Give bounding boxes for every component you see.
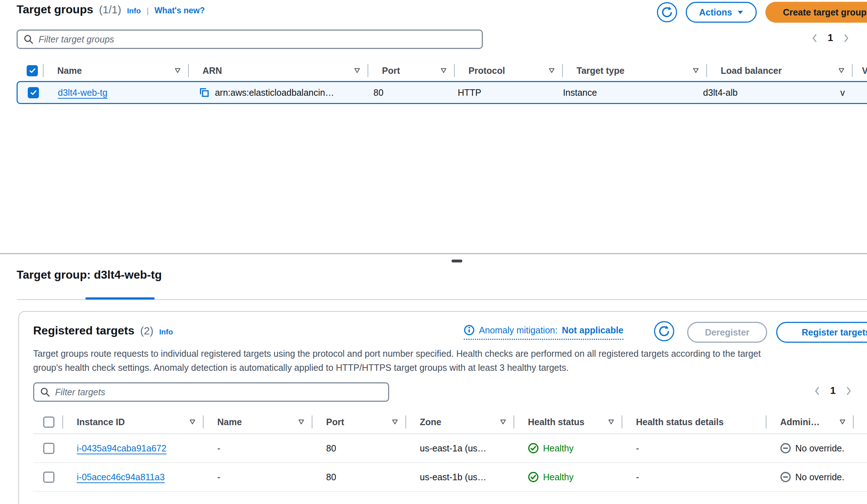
column-label: Name: [57, 66, 82, 76]
next-page-button[interactable]: [846, 386, 852, 396]
port-value: 80: [326, 472, 336, 482]
header-actions: Actions Create target group: [657, 2, 867, 23]
name-cell: -: [204, 434, 312, 462]
port-value: 80: [326, 443, 336, 454]
health-value: Healthy: [543, 472, 574, 482]
vpc-value: v: [840, 87, 845, 98]
instance-link[interactable]: i-05acec46c94a811a3: [77, 472, 165, 482]
column-label: Target type: [577, 66, 624, 76]
copy-arn-button[interactable]: [199, 87, 210, 98]
protocol-cell: HTTP: [444, 82, 549, 103]
filter-icon[interactable]: [298, 419, 304, 425]
column-header-health-status: Health status: [514, 410, 622, 433]
column-header-name: Name: [44, 60, 189, 81]
instance-id-cell: i-0435a94caba91a672: [63, 434, 204, 462]
refresh-button[interactable]: [657, 2, 677, 22]
name-value: -: [217, 472, 220, 482]
previous-page-button[interactable]: [812, 33, 818, 43]
column-header-vpc-partial: V: [853, 60, 867, 81]
column-label: ARN: [203, 66, 222, 76]
filter-icon[interactable]: [354, 67, 360, 74]
column-header-target-type: Target type: [563, 60, 707, 81]
column-header-name: Name: [204, 410, 312, 433]
page-number: 1: [830, 385, 836, 396]
row-checkbox[interactable]: [28, 87, 39, 98]
name-value: -: [217, 443, 220, 454]
filter-icon[interactable]: [392, 419, 398, 425]
column-header-administrative-override: Admini…: [766, 410, 854, 433]
select-all-checkbox[interactable]: [27, 65, 38, 76]
split-panel-drag-handle[interactable]: [452, 260, 462, 262]
targets-pagination: 1: [814, 385, 852, 396]
filter-icon[interactable]: [174, 67, 181, 74]
target-group-link[interactable]: d3lt4-web-tg: [58, 87, 108, 98]
target-row[interactable]: i-0435a94caba91a672 - 80 us-east-1a (us……: [33, 434, 867, 463]
zone-cell: us-east-1b (us…: [406, 463, 514, 491]
no-override-minus-icon: [780, 472, 791, 482]
column-label: Port: [382, 66, 400, 76]
target-groups-filter: [17, 30, 483, 49]
column-label: Instance ID: [77, 417, 125, 427]
health-details-value: -: [636, 443, 639, 454]
column-header-zone: Zone: [406, 410, 514, 433]
load-balancer-cell: d3lt4-alb: [689, 82, 831, 103]
filter-icon[interactable]: [838, 67, 845, 74]
next-page-button[interactable]: [843, 33, 849, 43]
create-target-group-button[interactable]: Create target group: [765, 2, 867, 23]
info-link[interactable]: Info: [159, 328, 173, 336]
targets-filter-input[interactable]: [55, 387, 382, 397]
actions-button[interactable]: Actions: [686, 2, 757, 23]
info-link[interactable]: Info: [127, 6, 141, 15]
health-details-value: -: [636, 472, 639, 482]
active-tab-indicator[interactable]: [85, 297, 155, 300]
row-checkbox[interactable]: [43, 472, 54, 483]
arn-value: arn:aws:elasticloadbalancin…: [215, 87, 334, 98]
column-header-arn: ARN: [189, 60, 368, 81]
row-select-cell: [33, 463, 63, 491]
target-row[interactable]: i-05acec46c94a811a3 - 80 us-east-1b (us……: [33, 463, 867, 492]
filter-icon[interactable]: [440, 67, 447, 74]
target-groups-page: Target groups (1/1) Info | What's new? A…: [0, 0, 867, 504]
health-details-cell: -: [622, 463, 766, 491]
page-title: Target groups: [17, 3, 93, 16]
filter-icon[interactable]: [608, 419, 614, 425]
deregister-button[interactable]: Deregister: [687, 322, 767, 343]
health-value: Healthy: [543, 443, 574, 454]
target-type-cell: Instance: [549, 82, 689, 103]
refresh-targets-button[interactable]: [654, 321, 674, 341]
filter-icon[interactable]: [548, 67, 555, 74]
previous-page-button[interactable]: [814, 386, 820, 396]
column-label: Protocol: [468, 66, 505, 76]
target-groups-table-header: Name ARN Port Protocol Target type Load …: [17, 60, 867, 81]
select-all-checkbox[interactable]: [43, 417, 54, 428]
column-label: Health status: [528, 417, 584, 427]
instance-link[interactable]: i-0435a94caba91a672: [77, 443, 166, 454]
registered-targets-title: Registered targets: [33, 324, 134, 337]
column-label: V: [862, 66, 867, 76]
filter-icon[interactable]: [500, 419, 506, 425]
search-icon: [23, 34, 34, 44]
whats-new-link[interactable]: What's new?: [155, 6, 205, 15]
refresh-icon: [658, 325, 670, 337]
zone-value: us-east-1a (us…: [420, 443, 486, 454]
zone-cell: us-east-1a (us…: [406, 434, 514, 462]
column-label: Name: [217, 417, 242, 427]
filter-icon[interactable]: [189, 419, 196, 425]
filter-icon[interactable]: [693, 67, 699, 74]
targets-table: Instance ID Name Port Zone Health status: [33, 410, 867, 492]
target-group-row[interactable]: d3lt4-web-tg arn:aws:elasticloadbalancin…: [17, 81, 867, 104]
targets-filter: [33, 382, 389, 402]
chevron-right-icon: [843, 33, 849, 43]
detail-panel-heading: Target group: d3lt4-web-tg: [17, 268, 162, 282]
name-cell: d3lt4-web-tg: [44, 82, 186, 103]
row-checkbox[interactable]: [43, 443, 54, 454]
filter-icon[interactable]: [839, 419, 846, 425]
anomaly-mitigation-link[interactable]: Anomaly mitigation: Not applicable: [464, 325, 623, 340]
chevron-right-icon: [846, 386, 852, 396]
healthy-check-icon: [528, 443, 539, 454]
page-count: (1/1): [99, 4, 121, 16]
page-header: Target groups (1/1) Info | What's new?: [17, 3, 205, 16]
register-targets-button[interactable]: Register targets: [776, 322, 867, 343]
target-groups-pagination: 1: [812, 32, 849, 44]
target-groups-filter-input[interactable]: [39, 34, 476, 45]
